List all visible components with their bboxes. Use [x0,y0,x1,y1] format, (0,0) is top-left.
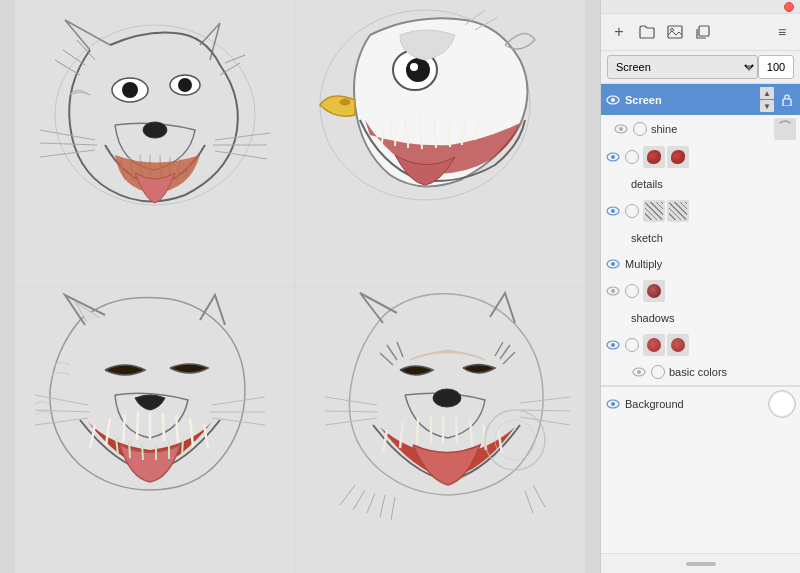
svg-point-3 [122,82,138,98]
thumb-pair-basic [643,334,689,356]
svg-point-38 [611,402,615,406]
layer-basic-colors[interactable]: basic colors [601,359,800,385]
svg-point-24 [619,127,623,131]
layer-thumb-basic-2 [667,334,689,356]
layer-screen-name: Screen [625,94,756,106]
panel-bottom-bar [601,553,800,573]
layer-background[interactable]: Background [601,385,800,421]
blend-mode-select[interactable]: Screen Normal Multiply Overlay [607,55,758,79]
panel-menu-button[interactable]: ≡ [770,20,794,44]
thumb-basic-2 [671,338,685,352]
layer-lock-button[interactable] [778,89,796,111]
svg-point-6 [143,122,167,138]
window-close-button[interactable] [784,2,794,12]
svg-point-36 [637,370,641,374]
resize-handle[interactable] [686,562,716,566]
lock-circle-shadows[interactable] [625,284,639,298]
layer-sketch[interactable]: sketch [601,225,800,251]
svg-point-12 [433,389,461,407]
lock-circle-basic-colors[interactable] [651,365,665,379]
layer-background-name: Background [625,398,764,410]
eye-icon-background[interactable] [605,396,621,412]
layer-details[interactable]: details [601,171,800,197]
thumb-white-circle [769,391,795,417]
eye-icon-basic-colors[interactable] [631,364,647,380]
layer-shadows[interactable]: shadows [601,305,800,331]
thumb-red-1 [647,150,661,164]
lock-circle-sketch[interactable] [625,204,639,218]
canvas-area[interactable] [0,0,600,573]
svg-point-10 [410,63,418,71]
eye-icon-sketch-thumb[interactable] [605,203,621,219]
eye-icon-shadows[interactable] [605,283,621,299]
svg-point-21 [611,98,615,102]
eye-icon-shine[interactable] [613,121,629,137]
layer-thumb-sketch-2 [667,200,689,222]
layer-thumb-shadows [643,280,665,302]
layer-scroll-buttons: ▲ ▼ [760,87,774,112]
layer-shine-name: shine [651,123,770,135]
layer-up-button[interactable]: ▲ [760,87,774,99]
layer-thumb-details-1 [643,146,665,168]
thumb-sketch-1 [645,202,663,220]
layers-toolbar: + ≡ [601,14,800,51]
layer-sketch-name: sketch [631,232,796,244]
svg-point-11 [340,99,350,105]
layer-thumb-sketch-1 [643,200,665,222]
svg-point-26 [611,155,615,159]
layer-multiply-group[interactable]: Multiply [601,251,800,277]
layer-basic-colors-thumbs[interactable] [601,331,800,359]
eye-icon-basic-thumb[interactable] [605,337,621,353]
thumb-red-2 [671,150,685,164]
layer-thumb-basic-1 [643,334,665,356]
thumb-basic-1 [647,338,661,352]
layer-thumb-background [768,390,796,418]
duplicate-layer-button[interactable] [691,20,715,44]
layers-panel: + ≡ Screen Normal Multiply [600,0,800,573]
svg-point-30 [611,262,615,266]
layer-shadows-thumb[interactable] [601,277,800,305]
svg-rect-22 [783,99,791,106]
thumb-shadow-img [647,284,661,298]
svg-rect-19 [699,26,709,36]
layer-screen-group[interactable]: Screen ▲ ▼ [601,84,800,115]
layer-multiply-name: Multiply [625,258,796,270]
layer-down-button[interactable]: ▼ [760,100,774,112]
svg-point-32 [611,289,615,293]
add-folder-button[interactable] [635,20,659,44]
layer-shadows-name: shadows [631,312,796,324]
layer-basic-colors-name: basic colors [669,366,796,378]
blend-mode-row: Screen Normal Multiply Overlay ▼ 100 [601,51,800,84]
add-layer-button[interactable]: + [607,20,631,44]
canvas-svg [0,0,600,573]
layers-list: Screen ▲ ▼ shine [601,84,800,553]
layer-sketch-thumbs[interactable] [601,197,800,225]
eye-icon-screen[interactable] [605,92,621,108]
layer-thumb-details-2 [667,146,689,168]
opacity-input[interactable]: 100 [758,55,794,79]
thumb-loading-indicator [776,120,794,138]
layer-details-thumbs[interactable] [601,143,800,171]
svg-point-9 [406,58,430,82]
thumb-sketch-2 [669,202,687,220]
svg-point-28 [611,209,615,213]
eye-icon-details-thumb[interactable] [605,149,621,165]
eye-icon-multiply[interactable] [605,256,621,272]
svg-point-34 [611,343,615,347]
lock-circle-details[interactable] [625,150,639,164]
thumb-pair-details [643,146,689,168]
add-image-button[interactable] [663,20,687,44]
svg-point-5 [178,78,192,92]
svg-rect-17 [668,26,682,38]
lock-circle-basic[interactable] [625,338,639,352]
layer-details-name: details [631,178,796,190]
layer-thumb-shine [774,118,796,140]
layer-shine[interactable]: shine [601,115,800,143]
thumb-pair-sketch [643,200,689,222]
lock-circle-shine[interactable] [633,122,647,136]
